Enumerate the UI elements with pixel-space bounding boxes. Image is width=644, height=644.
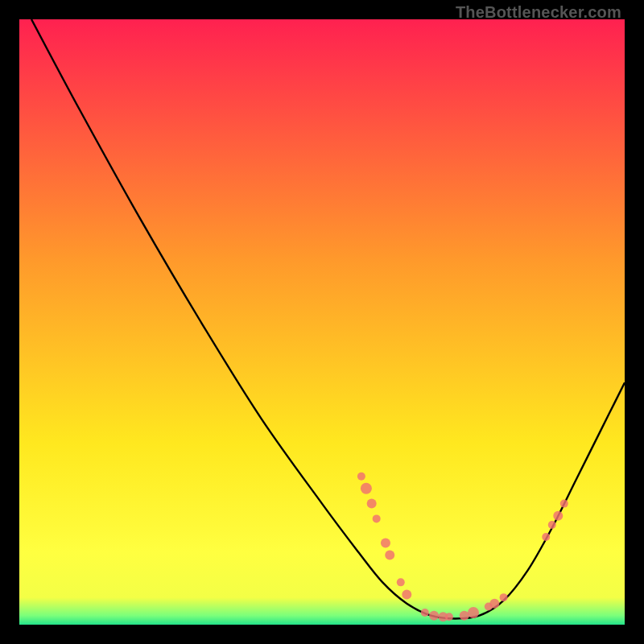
curve-marker bbox=[460, 611, 469, 621]
curve-marker bbox=[402, 589, 411, 599]
curve-marker bbox=[367, 499, 377, 509]
curve-marker bbox=[361, 483, 372, 494]
curve-marker bbox=[357, 473, 365, 481]
gradient-background bbox=[19, 19, 625, 625]
curve-marker bbox=[548, 521, 556, 529]
curve-marker bbox=[385, 551, 394, 560]
chart-frame bbox=[19, 19, 625, 625]
curve-marker bbox=[421, 609, 429, 617]
chart-svg bbox=[19, 19, 625, 625]
curve-marker bbox=[542, 533, 550, 541]
curve-marker bbox=[373, 514, 381, 522]
attribution-text: TheBottlenecker.com bbox=[456, 3, 621, 22]
curve-marker bbox=[429, 611, 439, 621]
curve-marker bbox=[445, 613, 453, 621]
curve-marker bbox=[553, 511, 563, 521]
curve-marker bbox=[468, 607, 479, 618]
curve-marker bbox=[560, 500, 568, 508]
curve-marker bbox=[489, 599, 499, 609]
curve-marker bbox=[397, 578, 405, 586]
curve-marker bbox=[500, 593, 508, 601]
curve-marker bbox=[381, 538, 390, 547]
